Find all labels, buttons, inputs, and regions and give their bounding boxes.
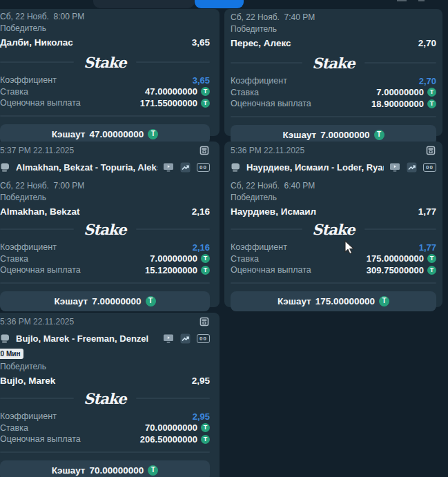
cutoff-ui-artifact xyxy=(397,0,407,1)
tether-icon: T xyxy=(427,266,436,275)
divider-line xyxy=(136,61,210,63)
statistics-icon[interactable] xyxy=(180,162,191,173)
divider-line xyxy=(364,228,436,230)
match-name[interactable]: Bujlo, Marek - Freeman, Denzel xyxy=(16,333,148,344)
scoreboard-icon[interactable]: 00 xyxy=(197,334,210,343)
coefficient-value: 2,70 xyxy=(419,76,436,86)
stake-logo: Stake xyxy=(312,55,354,72)
rebet-copy-icon[interactable] xyxy=(199,145,210,156)
divider-line xyxy=(0,61,74,63)
tether-icon: T xyxy=(201,423,210,432)
payout-label: Оценочная выплата xyxy=(231,265,311,275)
tether-icon: T xyxy=(427,88,436,97)
tether-icon: T xyxy=(148,465,158,476)
selection-odds: 3,65 xyxy=(192,37,210,48)
cashout-button[interactable]: Кэшаут 70.00000000 T xyxy=(0,460,210,477)
stake-label: Ставка xyxy=(0,254,28,264)
divider-line xyxy=(0,398,74,399)
tether-icon: T xyxy=(427,99,436,108)
stake-label: Ставка xyxy=(0,423,28,433)
scoreboard-icon[interactable]: 00 xyxy=(423,163,436,172)
payout-value: 309.75000000 xyxy=(367,265,424,275)
tether-icon: T xyxy=(427,254,436,263)
tether-icon: T xyxy=(201,99,210,108)
coefficient-value: 2,16 xyxy=(193,242,210,253)
market-label: Победитель xyxy=(0,361,210,372)
payout-label: Оценочная выплата xyxy=(0,265,81,275)
selection-odds: 1,77 xyxy=(418,206,436,217)
tether-icon: T xyxy=(148,129,158,139)
bet-card-bujlo: 5:36 PM 22.11.2025 Bujlo, Marek - Freema… xyxy=(0,313,220,477)
stake-label: Ставка xyxy=(231,88,259,97)
bet-placed-time: 5:37 PM 22.11.2025 xyxy=(0,146,74,155)
stake-label: Ставка xyxy=(231,254,259,264)
selection-name: Bujlo, Marek xyxy=(0,376,55,386)
divider-line xyxy=(231,116,436,117)
tether-icon: T xyxy=(201,87,210,96)
bet-card-almakhan: 5:37 PM 22.11.2025 Almakhan, Bekzat - To… xyxy=(0,142,220,307)
tether-icon: T xyxy=(379,296,389,306)
coefficient-value: 2,95 xyxy=(193,411,210,422)
payout-value: 15.12000000 xyxy=(145,265,197,275)
cashout-label: Кэшаут xyxy=(277,296,311,306)
statistics-icon[interactable] xyxy=(407,162,417,173)
selection-odds: 2,16 xyxy=(192,206,210,217)
bet-placed-time: 5:36 PM 22.11.2025 xyxy=(231,146,304,155)
divider-line xyxy=(364,62,436,64)
stake-value: 70.00000000 xyxy=(145,422,197,433)
event-time: Сб, 22 Нояб. 8:00 PM xyxy=(0,11,210,22)
cashout-amount: 7.00000000 xyxy=(320,130,369,140)
cashout-label: Кэшаут xyxy=(52,465,86,476)
statistics-icon[interactable] xyxy=(180,333,191,344)
payout-label: Оценочная выплата xyxy=(0,434,81,444)
payout-value: 18.90000000 xyxy=(371,99,424,109)
stake-label: Ставка xyxy=(0,87,28,97)
bet-card-peres: Сб, 22 Нояб. 7:40 PM Победитель Перес, А… xyxy=(224,9,442,136)
cashout-button[interactable]: Кэшаут 175.00000000 T xyxy=(231,291,436,311)
stake-logo: Stake xyxy=(84,54,126,71)
event-time: Сб, 22 Нояб. 6:40 PM xyxy=(231,180,436,191)
divider-line xyxy=(231,228,302,230)
stake-logo: Stake xyxy=(84,221,126,238)
coefficient-label: Коэффициент xyxy=(0,411,57,421)
live-stream-icon[interactable] xyxy=(163,162,174,172)
overlay-primary-button-fragment[interactable] xyxy=(195,0,244,8)
stake-value: 47.00000000 xyxy=(145,86,197,97)
payout-label: Оценочная выплата xyxy=(231,99,311,108)
coefficient-label: Коэффициент xyxy=(231,76,287,86)
tether-icon: T xyxy=(374,130,384,140)
tether-icon: T xyxy=(201,266,210,275)
overlay-panel-fragment[interactable] xyxy=(93,0,195,8)
selection-odds: 2,70 xyxy=(418,38,436,48)
event-time: Сб, 22 Нояб. 7:00 PM xyxy=(0,180,210,191)
tether-icon: T xyxy=(201,435,210,444)
event-time: Сб, 22 Нояб. 7:40 PM xyxy=(231,12,436,23)
stake-value: 175.00000000 xyxy=(367,253,424,264)
market-label: Победитель xyxy=(231,23,436,35)
divider-line xyxy=(0,228,74,230)
market-label: Победитель xyxy=(231,192,436,203)
selection-name: Далби, Николас xyxy=(0,37,73,48)
scoreboard-icon[interactable]: 00 xyxy=(197,163,210,172)
match-name[interactable]: Наурдиев, Исмаил - Loder, Ryan xyxy=(246,162,384,173)
stake-logo: Stake xyxy=(84,390,126,407)
rebet-copy-icon[interactable] xyxy=(425,145,436,156)
stake-value: 7.00000000 xyxy=(376,87,424,97)
divider-line xyxy=(231,62,302,64)
live-stream-icon[interactable] xyxy=(389,162,400,172)
payout-value: 206.50000000 xyxy=(140,434,197,445)
live-minute-badge: 20 Мин xyxy=(0,349,23,359)
divider-line xyxy=(136,398,210,399)
rebet-copy-icon[interactable] xyxy=(199,316,210,327)
match-name[interactable]: Almakhan, Bekzat - Topuria, Aleksandre xyxy=(16,162,157,173)
coefficient-value: 1,77 xyxy=(419,242,436,253)
bet-card-dalbi: Сб, 22 Нояб. 8:00 PM Победитель Далби, Н… xyxy=(0,9,220,136)
cashout-label: Кэшаут xyxy=(282,130,316,140)
cashout-button[interactable]: Кэшаут 7.00000000 T xyxy=(0,291,210,311)
stake-value: 7.00000000 xyxy=(150,253,197,264)
live-stream-icon[interactable] xyxy=(163,333,174,343)
divider-line xyxy=(0,451,210,453)
divider-line xyxy=(0,282,210,284)
selection-name: Наурдиев, Исмаил xyxy=(231,206,316,217)
divider-line xyxy=(136,228,210,230)
